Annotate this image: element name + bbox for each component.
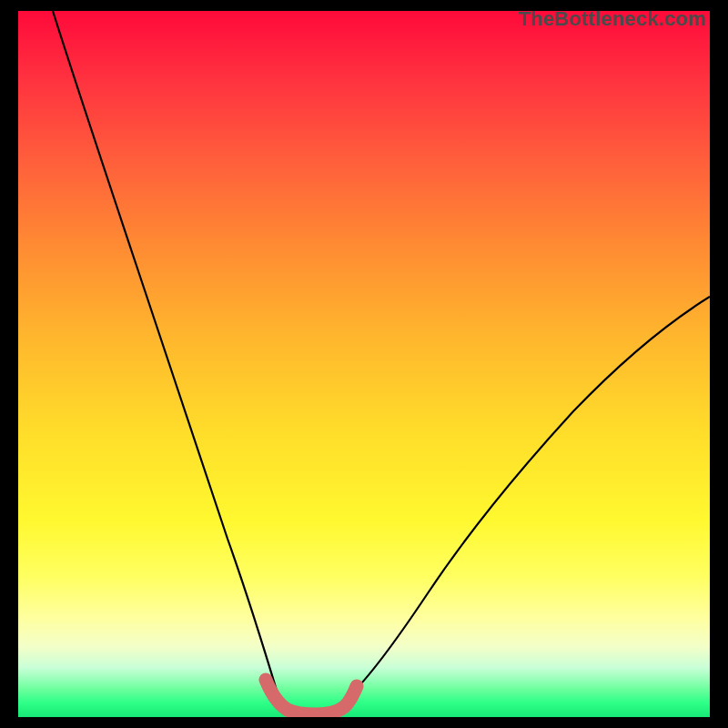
- chart-background-gradient: [18, 11, 710, 717]
- chart-frame: TheBottleneck.com: [18, 11, 710, 717]
- watermark-text: TheBottleneck.com: [519, 7, 706, 31]
